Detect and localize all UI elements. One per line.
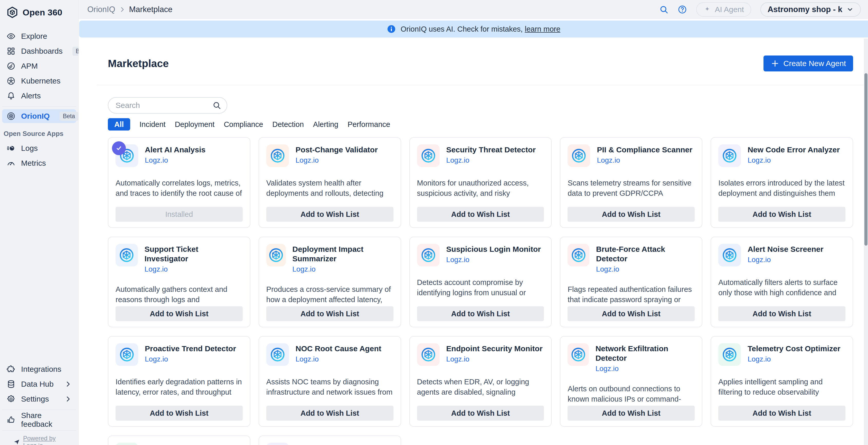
sidebar-item-kubernetes[interactable]: Kubernetes xyxy=(2,73,76,88)
sidebar-item-alerts[interactable]: Alerts xyxy=(2,88,76,103)
tab-all[interactable]: All xyxy=(108,118,130,130)
agent-title: Suspicious Login Monitor xyxy=(446,244,541,254)
vendor-link[interactable]: Logz.io xyxy=(748,355,840,363)
ai-agent-button[interactable]: AI Agent xyxy=(696,2,751,17)
globe-icon xyxy=(270,148,285,164)
sidebar-item-settings[interactable]: Settings xyxy=(2,391,76,407)
vendor-link[interactable]: Logz.io xyxy=(748,256,823,264)
add-to-wish-list-button[interactable]: Add to Wish List xyxy=(718,306,845,321)
divider xyxy=(2,410,76,410)
globe-icon xyxy=(722,347,738,362)
vendor-link[interactable]: Logz.io xyxy=(145,265,243,273)
sidebar-item-label: Logs xyxy=(21,144,38,153)
vendor-link[interactable]: Logz.io xyxy=(597,156,692,165)
vendor-link[interactable]: Logz.io xyxy=(296,156,378,165)
sidebar-item-orioniq[interactable]: OrionIQBeta xyxy=(2,109,76,123)
sidebar-item-integrations[interactable]: Integrations xyxy=(2,362,76,377)
marketplace-search xyxy=(108,97,227,114)
tab-incident[interactable]: Incident xyxy=(140,118,166,130)
agent-tile xyxy=(567,144,590,167)
agent-title: Brute-Force Attack Detector xyxy=(596,244,695,263)
vendor-link[interactable]: Logz.io xyxy=(446,256,541,264)
help-icon[interactable] xyxy=(678,5,687,14)
agent-title: Deployment Impact Summarizer xyxy=(292,244,394,263)
tab-detection[interactable]: Detection xyxy=(273,118,304,130)
sidebar-item-metrics[interactable]: Metrics xyxy=(2,156,76,171)
vendor-link[interactable]: Logz.io xyxy=(446,156,536,165)
add-to-wish-list-button[interactable]: Add to Wish List xyxy=(266,406,394,421)
vendor-link[interactable]: Logz.io xyxy=(596,265,695,273)
powered-by[interactable]: Powered by Logz.io xyxy=(2,431,76,445)
search-input[interactable] xyxy=(108,97,227,114)
create-new-agent-button[interactable]: Create New Agent xyxy=(764,56,853,71)
sidebar-item-label: Explore xyxy=(21,32,47,40)
vendor-link[interactable]: Logz.io xyxy=(595,364,695,373)
account-selector[interactable]: Astronomy shop - k xyxy=(761,2,861,17)
agent-description: Assists NOC teams by diagnosing infrastr… xyxy=(266,377,394,398)
open360-logo-icon xyxy=(6,6,19,19)
sidebar: Open 360 ExploreDashboardsBetaAPMKuberne… xyxy=(0,0,79,445)
plus-icon xyxy=(771,59,779,68)
add-to-wish-list-button[interactable]: Add to Wish List xyxy=(266,306,394,321)
vendor-link[interactable]: Logz.io xyxy=(292,265,394,273)
agent-description: Detects account compromise by identifyin… xyxy=(417,277,544,298)
breadcrumb: OrionIQ Marketplace xyxy=(87,5,172,14)
agent-tile xyxy=(266,144,289,167)
add-to-wish-list-button[interactable]: Add to Wish List xyxy=(567,207,695,222)
add-to-wish-list-button[interactable]: Add to Wish List xyxy=(718,406,845,421)
vendor-link[interactable]: Logz.io xyxy=(446,355,542,363)
sidebar-item-label: APM xyxy=(21,62,38,70)
sidebar-item-label: Settings xyxy=(21,395,49,404)
agent-tile xyxy=(116,443,138,445)
app-logo[interactable]: Open 360 xyxy=(0,0,78,24)
add-to-wish-list-button[interactable]: Add to Wish List xyxy=(116,306,243,321)
magnifier-icon[interactable] xyxy=(212,101,221,110)
sidebar-item-apm[interactable]: APM xyxy=(2,59,76,73)
sidebar-item-explore[interactable]: Explore xyxy=(2,29,76,44)
vendor-link[interactable]: Logz.io xyxy=(145,355,236,363)
chevron-down-icon xyxy=(846,6,854,13)
add-to-wish-list-button[interactable]: Add to Wish List xyxy=(417,207,544,222)
agent-tile xyxy=(266,443,289,445)
scrollbar-track[interactable] xyxy=(864,38,868,445)
tab-alerting[interactable]: Alerting xyxy=(313,118,338,130)
search-icon[interactable] xyxy=(659,5,669,14)
agent-card-partial xyxy=(258,436,401,445)
scrollbar-thumb[interactable] xyxy=(864,73,867,246)
sidebar-item-label: Data Hub xyxy=(21,380,54,388)
add-to-wish-list-button[interactable]: Add to Wish List xyxy=(567,306,695,321)
add-to-wish-list-button[interactable]: Add to Wish List xyxy=(116,406,243,421)
vendor-link[interactable]: Logz.io xyxy=(296,355,381,363)
add-to-wish-list-button[interactable]: Add to Wish List xyxy=(417,406,544,421)
add-to-wish-list-button[interactable]: Add to Wish List xyxy=(266,207,394,222)
open-source-apps-label: Open Source Apps xyxy=(0,123,78,141)
main-content: OrionIQ uses AI. Check for mistakes, lea… xyxy=(79,19,868,445)
vendor-link[interactable]: Logz.io xyxy=(748,156,840,165)
add-to-wish-list-button[interactable]: Add to Wish List xyxy=(417,306,544,321)
add-to-wish-list-button[interactable]: Add to Wish List xyxy=(567,406,695,421)
sidebar-item-label: Integrations xyxy=(21,365,61,374)
sidebar-item-share-feedback[interactable]: Share feedback xyxy=(2,412,76,427)
breadcrumb-marketplace: Marketplace xyxy=(129,5,173,14)
tab-performance[interactable]: Performance xyxy=(347,118,390,130)
chevron-right-icon xyxy=(119,6,126,13)
agent-card-grid: Alert AI AnalysisLogz.ioAutomatically co… xyxy=(108,137,853,445)
agent-tile xyxy=(417,244,440,266)
add-to-wish-list-button[interactable]: Add to Wish List xyxy=(718,207,845,222)
globe-icon xyxy=(270,347,285,362)
vendor-link[interactable]: Logz.io xyxy=(145,156,206,165)
agent-tile xyxy=(567,343,589,366)
database-icon xyxy=(7,380,16,388)
agent-description: Detects when EDR, AV, or logging agents … xyxy=(417,377,544,398)
logz-send-icon xyxy=(13,439,20,445)
tab-deployment[interactable]: Deployment xyxy=(175,118,215,130)
sidebar-item-label: Dashboards xyxy=(21,47,63,56)
sidebar-item-logs[interactable]: Logs xyxy=(2,141,76,156)
sidebar-item-data-hub[interactable]: Data Hub xyxy=(2,377,76,391)
breadcrumb-orioniq[interactable]: OrionIQ xyxy=(87,5,115,14)
sidebar-item-dashboards[interactable]: DashboardsBeta xyxy=(2,44,76,59)
agent-tile xyxy=(718,244,741,266)
tab-compliance[interactable]: Compliance xyxy=(224,118,263,130)
globe-icon xyxy=(119,347,135,362)
sidebar-item-label: Share feedback xyxy=(21,411,72,428)
